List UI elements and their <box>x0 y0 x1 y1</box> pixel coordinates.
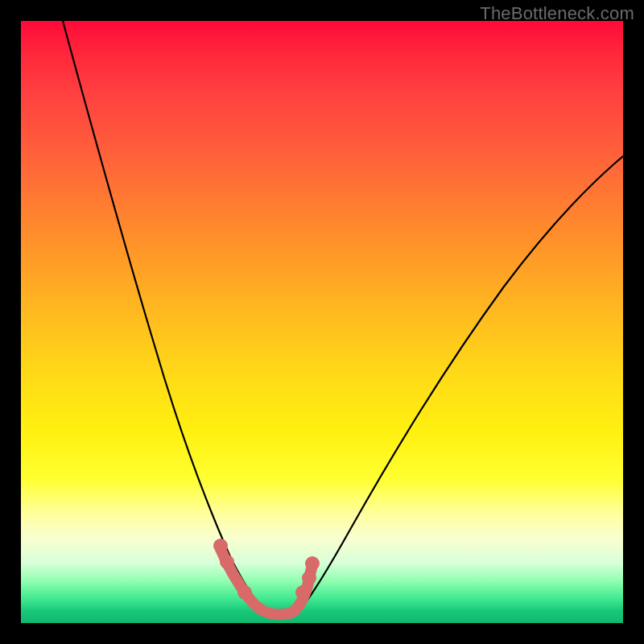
bottleneck-chart <box>21 21 623 623</box>
optimal-zone-path <box>221 549 312 614</box>
optimal-dot <box>302 571 316 585</box>
optimal-dot <box>237 585 252 600</box>
chart-frame: TheBottleneck.com <box>0 0 644 644</box>
bottleneck-curve-path <box>63 21 623 615</box>
watermark-text: TheBottleneck.com <box>480 3 634 24</box>
optimal-dot <box>295 585 310 600</box>
optimal-dot <box>220 555 234 569</box>
optimal-dot <box>305 556 320 571</box>
plot-area <box>21 21 623 623</box>
optimal-dot <box>213 539 228 553</box>
